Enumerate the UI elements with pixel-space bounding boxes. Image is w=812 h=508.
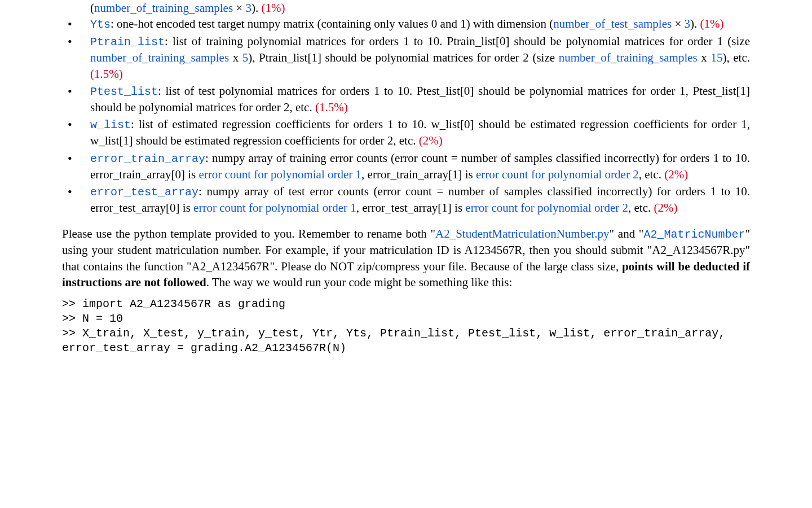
desc-text: ), etc. [722, 51, 750, 64]
instruction-paragraph: Please use the python template provided … [62, 226, 750, 290]
desc-text: , etc. [628, 201, 654, 214]
times-symbol: × [672, 17, 684, 30]
para-text: " and " [610, 227, 644, 240]
document-page: (number_of_training_samples × 3). (1%) Y… [6, 0, 806, 378]
desc-text: : list of test polynomial matrices for o… [90, 84, 750, 114]
desc-text: , etc. [639, 168, 664, 181]
desc-text: : one-hot encoded test target numpy matr… [111, 17, 553, 30]
grade-weight: (1.5%) [90, 67, 123, 81]
var-yts: Yts [90, 18, 111, 31]
var-number-of-training-samples: number_of_training_samples [90, 51, 229, 64]
list-item-error-test-array: error_test_array: numpy array of test er… [62, 183, 750, 216]
phrase-error-count-order-2: error count for polynomial order 2 [465, 201, 628, 214]
list-item-ptest-list: Ptest_list: list of test polynomial matr… [62, 83, 750, 115]
var-w-list: w_list [90, 119, 131, 132]
list-item-ptrain-list: Ptrain_list: list of training polynomial… [62, 33, 750, 82]
var-number-of-training-samples: number_of_training_samples [559, 51, 698, 64]
list-item-w-list: w_list: list of estimated regression coe… [62, 116, 750, 148]
list-item-error-train-array: error_train_array: numpy array of traini… [62, 150, 750, 182]
var-ptrain-list: Ptrain_list [90, 36, 165, 49]
desc-text: ), Ptrain_list[1] should be polynomial m… [248, 51, 558, 64]
var-number-of-test-samples: number_of_test_samples [553, 17, 672, 30]
desc-text: ). [690, 17, 700, 30]
code-example-block: >> import A2_A1234567R as grading >> N =… [62, 297, 750, 356]
function-template-name: A2_MatricNumber [643, 228, 745, 241]
para-text: . The way we would run your code might b… [206, 275, 513, 289]
grade-weight: (2%) [654, 201, 678, 214]
dim-fifteen: 15 [710, 51, 722, 64]
para-text: Please use the python template provided … [62, 227, 435, 240]
var-error-test-array: error_test_array [90, 186, 198, 199]
var-number-of-training-samples: number_of_training_samples [94, 1, 233, 15]
phrase-error-count-order-1: error count for polynomial order 1 [198, 168, 361, 181]
filename-template-py: A2_StudentMatriculationNumber.py [435, 227, 610, 240]
phrase-error-count-order-2: error count for polynomial order 2 [476, 168, 639, 181]
desc-text: , error_test_array[1] is [356, 201, 466, 214]
grade-weight: (1%) [700, 17, 724, 30]
desc-text: , error_train_array[1] is [361, 168, 476, 181]
paren-open: ( [90, 1, 94, 15]
dim-five: 5 [242, 51, 249, 64]
list-item-yts: Yts: one-hot encoded test target numpy m… [62, 16, 750, 32]
dim-three: 3 [685, 17, 691, 30]
grade-weight: (2%) [419, 134, 443, 147]
grade-weight: (1%) [261, 1, 285, 15]
phrase-error-count-order-1: error count for polynomial order 1 [193, 201, 356, 214]
top-continuation-line: (number_of_training_samples × 3). (1%) [62, 0, 750, 16]
var-error-train-array: error_train_array [90, 152, 205, 165]
grade-weight: (1.5%) [315, 100, 348, 114]
var-ptest-list: Ptest_list [90, 85, 158, 98]
bullet-list: Yts: one-hot encoded test target numpy m… [62, 16, 750, 216]
desc-text: : list of training polynomial matrices f… [165, 34, 750, 48]
desc-text: x [698, 51, 711, 64]
dim-three: 3 [245, 1, 251, 15]
grade-weight: (2%) [664, 168, 688, 181]
desc-text: x [229, 51, 242, 64]
paren-close: ). [251, 1, 262, 15]
times-symbol: × [233, 1, 245, 15]
